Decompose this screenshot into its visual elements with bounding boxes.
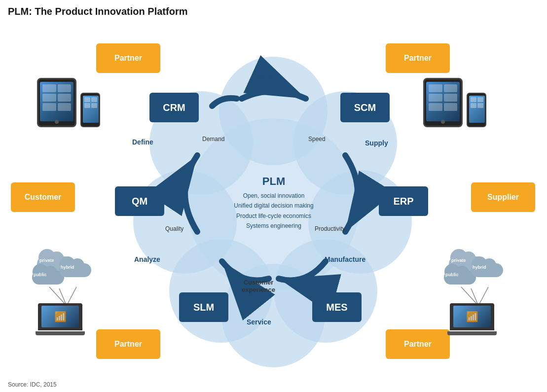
scm-box: SCM (340, 93, 390, 122)
partner-bottom-left-box: Partner (96, 329, 160, 359)
tablet-home-left (55, 120, 59, 124)
partner-top-left-box: Partner (96, 43, 160, 73)
wifi-icon-left: 📶 (54, 311, 67, 322)
phone-right (467, 93, 486, 127)
device-group-right (423, 78, 486, 127)
laptop-base-right (447, 331, 497, 335)
page-title: PLM: The Product Innovation Platform (8, 6, 187, 17)
define-label: Define (132, 138, 153, 146)
partner-top-right-box: Partner (386, 43, 450, 73)
laptop-screen-outer-left: 📶 (38, 303, 82, 330)
crm-box: CRM (149, 93, 199, 122)
tablet-screen-right (426, 82, 460, 121)
mes-box: MES (312, 292, 362, 322)
qm-box: QM (115, 186, 164, 216)
service-label: Service (247, 318, 271, 326)
phone-screen-left (83, 96, 99, 123)
laptop-right: 📶 (447, 303, 497, 335)
tablet-left (37, 78, 76, 127)
customer-exp-label: Customerexperience (242, 279, 275, 293)
analyze-label: Analyze (134, 255, 160, 263)
tablet-home-right (441, 120, 445, 124)
tablet-right (423, 78, 463, 127)
laptop-screen-inner-left: 📶 (41, 306, 79, 327)
plm-center: PLM Open, social innovation Unified digi… (217, 175, 330, 231)
customer-box: Customer (11, 182, 75, 212)
laptop-screen-inner-right: 📶 (453, 306, 491, 327)
plm-description: Open, social innovation Unified digital … (217, 191, 330, 231)
tablet-screen-left (40, 82, 73, 121)
laptop-left: 📶 (36, 303, 85, 335)
demand-label: Demand (202, 136, 224, 143)
phone-left (80, 93, 100, 127)
supply-label: Supply (365, 139, 388, 147)
source-text: Source: IDC, 2015 (8, 381, 57, 388)
speed-label: Speed (308, 136, 326, 143)
manufacture-label: Manufacture (325, 255, 365, 263)
wifi-icon-right: 📶 (466, 311, 478, 322)
laptop-base-left (36, 331, 85, 335)
design-label: Design (252, 73, 275, 81)
plm-title: PLM (217, 175, 330, 188)
erp-box: ERP (379, 186, 428, 216)
laptop-screen-outer-right: 📶 (450, 303, 494, 330)
device-group-left (37, 78, 100, 127)
partner-bottom-right-box: Partner (386, 329, 450, 359)
quality-label: Quality (165, 225, 183, 232)
svg-point-4 (274, 239, 377, 343)
slm-box: SLM (179, 292, 228, 322)
supplier-box: Supplier (471, 182, 535, 212)
phone-screen-right (469, 96, 485, 123)
